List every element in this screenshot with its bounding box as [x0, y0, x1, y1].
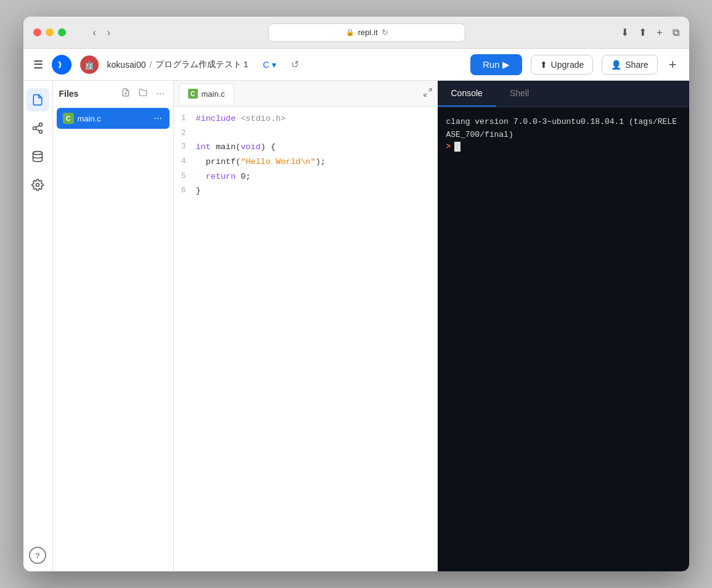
- expand-editor-button[interactable]: [423, 88, 433, 100]
- upgrade-button[interactable]: ⬆ Upgrade: [531, 55, 594, 75]
- code-line-5: 5 return 0;: [174, 169, 438, 184]
- right-panel-tabs: Console Shell: [438, 81, 689, 107]
- code-area[interactable]: 1 #include <stdio.h> 2 3 int main(void) …: [174, 107, 438, 571]
- share-action-button[interactable]: ⬆: [639, 27, 647, 38]
- file-item-more-button[interactable]: ⋯: [152, 113, 163, 123]
- breadcrumb: kokusai00 / プログラム作成テスト１: [107, 59, 251, 70]
- chevron-down-icon: ▾: [272, 60, 276, 70]
- svg-line-11: [428, 89, 432, 92]
- shell-tab-label: Shell: [510, 88, 529, 98]
- upgrade-label: Upgrade: [551, 60, 584, 70]
- file-panel-more-button[interactable]: ⋯: [153, 88, 167, 100]
- help-icon: ?: [35, 551, 40, 560]
- sidebar-item-files[interactable]: [26, 88, 49, 112]
- replit-logo: [52, 55, 72, 75]
- new-tab-button[interactable]: +: [657, 27, 662, 38]
- sidebar-item-share[interactable]: [26, 116, 49, 140]
- run-button[interactable]: Run ▶: [470, 54, 522, 75]
- code-line-2: 2: [174, 126, 438, 141]
- version-button[interactable]: ↺: [288, 56, 301, 73]
- download-button[interactable]: ⬇: [621, 27, 629, 38]
- svg-line-5: [36, 129, 39, 131]
- editor-tab-main-c[interactable]: C main.c: [179, 83, 234, 104]
- titlebar-center: 🔒 repl.it ↻: [119, 23, 615, 42]
- lang-label: C: [263, 60, 269, 70]
- add-panel-button[interactable]: +: [666, 54, 679, 75]
- maximize-button[interactable]: [58, 28, 66, 36]
- tab-shell[interactable]: Shell: [496, 81, 542, 107]
- sidebar-item-database[interactable]: [26, 145, 49, 168]
- new-file-button[interactable]: [119, 87, 133, 100]
- help-button[interactable]: ?: [29, 547, 46, 564]
- language-selector[interactable]: C ▾: [259, 57, 279, 72]
- hamburger-icon: ☰: [33, 59, 43, 71]
- terminal-prompt: >: [446, 142, 681, 152]
- main-content: ? Files ⋯: [23, 81, 689, 571]
- upgrade-icon: ⬆: [540, 60, 547, 70]
- file-panel: Files ⋯ C main.c: [53, 81, 174, 571]
- code-line-6: 6 }: [174, 184, 438, 198]
- svg-point-3: [33, 127, 36, 130]
- right-panel: Console Shell clang version 7.0.0-3~ubun…: [438, 81, 689, 571]
- new-folder-button[interactable]: [136, 87, 150, 100]
- run-label: Run ▶: [483, 59, 510, 70]
- avatar[interactable]: 🤖: [80, 55, 99, 74]
- code-line-3: 3 int main(void) {: [174, 140, 438, 155]
- app-window: ‹ › 🔒 repl.it ↻ ⬇ ⬆ + ⧉ ☰: [23, 17, 689, 571]
- lock-icon: 🔒: [346, 28, 354, 36]
- back-button[interactable]: ‹: [91, 25, 99, 41]
- code-line-4: 4 printf("Hello World\n");: [174, 155, 438, 169]
- code-line-1: 1 #include <stdio.h>: [174, 112, 438, 126]
- file-name-label: main.c: [78, 114, 149, 123]
- file-item-main-c[interactable]: C main.c ⋯: [57, 108, 170, 129]
- file-type-icon: C: [63, 113, 74, 124]
- app-header: ☰ 🤖 kokusai00 / プログラム作成テスト１ C ▾ ↺ Run ▶: [23, 49, 689, 81]
- tab-name-label: main.c: [202, 89, 225, 99]
- sidebar: ?: [23, 81, 53, 571]
- terminal-output[interactable]: clang version 7.0.0-3~ubuntu0.18.04.1 (t…: [438, 107, 689, 571]
- terminal-line-1: clang version 7.0.0-3~ubuntu0.18.04.1 (t…: [446, 116, 681, 142]
- reload-icon: ↻: [382, 28, 388, 37]
- share-label: Share: [625, 60, 648, 70]
- traffic-lights: [33, 28, 66, 36]
- address-bar[interactable]: 🔒 repl.it ↻: [268, 23, 465, 42]
- sidebar-item-settings[interactable]: [26, 173, 49, 197]
- svg-line-6: [36, 125, 39, 127]
- titlebar-actions: ⬇ ⬆ + ⧉: [621, 27, 679, 38]
- tab-console[interactable]: Console: [438, 81, 496, 107]
- svg-point-7: [33, 152, 43, 155]
- svg-line-12: [424, 93, 427, 96]
- version-icon: ↺: [291, 59, 299, 70]
- share-button[interactable]: 👤 Share: [602, 55, 657, 75]
- window-grid-button[interactable]: ⧉: [673, 27, 679, 38]
- close-button[interactable]: [33, 28, 41, 36]
- project-name-label[interactable]: プログラム作成テスト１: [155, 59, 250, 70]
- username-label[interactable]: kokusai00: [107, 60, 146, 70]
- file-panel-header: Files ⋯: [53, 81, 173, 107]
- minimize-button[interactable]: [46, 28, 54, 36]
- titlebar: ‹ › 🔒 repl.it ↻ ⬇ ⬆ + ⧉: [23, 17, 689, 49]
- prompt-arrow-icon: >: [446, 142, 451, 151]
- tab-file-icon: C: [188, 89, 198, 99]
- share-people-icon: 👤: [611, 60, 621, 70]
- url-text: repl.it: [358, 28, 378, 37]
- code-editor: C main.c 1 #include <stdio.h: [174, 81, 438, 571]
- forward-button[interactable]: ›: [105, 25, 113, 41]
- cursor-block: [454, 142, 460, 152]
- console-tab-label: Console: [451, 88, 483, 98]
- breadcrumb-sep: /: [150, 60, 152, 70]
- svg-point-4: [39, 130, 43, 133]
- svg-point-8: [36, 184, 39, 187]
- svg-point-2: [39, 123, 43, 126]
- plus-icon: +: [669, 57, 677, 72]
- menu-button[interactable]: ☰: [33, 58, 43, 71]
- editor-tab-bar: C main.c: [174, 81, 438, 107]
- file-panel-title: Files: [59, 89, 115, 99]
